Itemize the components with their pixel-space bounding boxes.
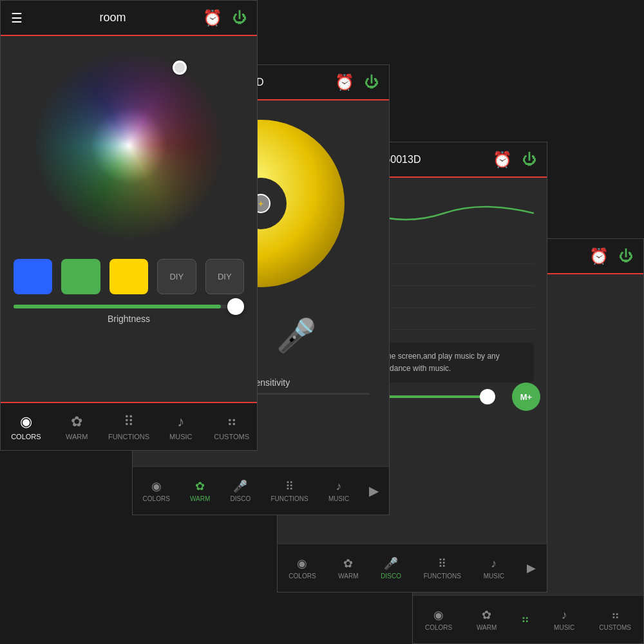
alarm-icon[interactable]: ⏰ <box>203 9 222 27</box>
s3-colors-label: COLORS <box>289 573 316 580</box>
screen1-title: room <box>99 11 126 24</box>
tab-customs-label: CUSTOMS <box>214 433 249 440</box>
s2-music-label: MUSIC <box>328 495 349 502</box>
s4-dots-icon: ⠶ <box>521 612 529 626</box>
swatch-blue[interactable] <box>14 259 52 294</box>
s2-tab-music[interactable]: ♪ MUSIC <box>328 480 349 502</box>
tab-functions[interactable]: ⠿ FUNCTIONS <box>108 413 149 440</box>
color-wheel-handle[interactable] <box>173 61 187 75</box>
s4-tab-colors[interactable]: ◉ COLORS <box>425 608 452 631</box>
warm-icon: ✿ <box>71 413 82 430</box>
s2-tab-functions[interactable]: ⠿ FUNCTIONS <box>270 479 308 502</box>
customs-icon: ⠶ <box>227 413 237 430</box>
s3-tab-music[interactable]: ♪ MUSIC <box>484 557 504 580</box>
brightness-slider-track[interactable] <box>14 305 244 308</box>
tab-customs[interactable]: ⠶ CUSTOMS <box>213 413 251 440</box>
music-icon: ♪ <box>177 413 184 430</box>
swatch-yellow[interactable] <box>109 259 148 294</box>
s3-disco-label: DISCO <box>381 573 401 580</box>
s4-music-label: MUSIC <box>554 624 574 631</box>
screen3-header-icons: ⏰ ⏻ <box>493 151 536 169</box>
screen4-power-icon[interactable]: ⏻ <box>619 248 633 265</box>
color-wheel-wrapper[interactable] <box>32 49 225 242</box>
screen1-tab-bar: ◉ COLORS ✿ WARM ⠿ FUNCTIONS ♪ MUSIC ⠶ CU… <box>1 402 257 450</box>
s3-tab-warm[interactable]: ✿ WARM <box>338 556 358 580</box>
s3-music-label: MUSIC <box>484 573 504 580</box>
m-plus-button[interactable]: M+ <box>512 383 540 411</box>
s3-warm-label: WARM <box>338 573 358 580</box>
s2-warm-icon: ✿ <box>195 479 205 493</box>
s4-tab-dots[interactable]: ⠶ <box>521 612 529 628</box>
brightness-slider-fill <box>14 305 221 308</box>
sensitivity-thumb[interactable] <box>480 389 495 404</box>
s3-music-icon: ♪ <box>491 557 497 571</box>
s3-tab-disco[interactable]: 🎤 DISCO <box>381 556 401 580</box>
tab-functions-label: FUNCTIONS <box>108 433 149 440</box>
color-wheel[interactable] <box>32 49 225 242</box>
color-swatches: DIY DIY <box>1 249 257 305</box>
s4-customs-label: CUSTOMS <box>599 624 631 631</box>
brightness-label: Brightness <box>14 314 244 324</box>
s2-functions-label: FUNCTIONS <box>270 495 308 502</box>
s3-tab-functions[interactable]: ⠿ FUNCTIONS <box>424 556 461 580</box>
s2-next-arrow[interactable]: ▶ <box>369 483 379 498</box>
s3-next-arrow[interactable]: ▶ <box>527 561 536 575</box>
swatch-green[interactable] <box>61 259 100 294</box>
s2-tab-warm[interactable]: ✿ WARM <box>190 479 210 502</box>
s2-tab-disco[interactable]: 🎤 DISCO <box>231 479 251 502</box>
screen4-alarm-icon[interactable]: ⏰ <box>589 247 609 265</box>
s3-warm-icon: ✿ <box>343 556 353 571</box>
s4-colors-label: COLORS <box>425 624 452 631</box>
s4-colors-icon: ◉ <box>433 608 444 622</box>
screen3-power-icon[interactable]: ⏻ <box>522 151 536 168</box>
screen1-panel: ☰ room ⏰ ⏻ DIY DIY Brightness <box>0 0 258 451</box>
tab-music[interactable]: ♪ MUSIC <box>162 413 200 440</box>
screen3-tab-bar: ◉ COLORS ✿ WARM 🎤 DISCO ⠿ FUNCTIONS ♪ MU… <box>278 544 547 592</box>
tab-warm-label: WARM <box>66 433 88 440</box>
swatch-diy1[interactable]: DIY <box>157 259 196 294</box>
tab-colors-label: COLORS <box>11 433 41 440</box>
s3-functions-icon: ⠿ <box>438 556 446 571</box>
s4-warm-label: WARM <box>477 624 497 631</box>
colors-icon: ◉ <box>20 413 32 430</box>
s4-tab-warm[interactable]: ✿ WARM <box>477 608 497 631</box>
s4-customs-icon: ⠶ <box>611 608 620 622</box>
s3-colors-icon: ◉ <box>297 556 307 571</box>
color-wheel-container <box>1 36 257 249</box>
microphone-icon[interactable]: 🎤 <box>276 317 316 354</box>
screen2-tab-bar: ◉ COLORS ✿ WARM 🎤 DISCO ⠿ FUNCTIONS ♪ MU… <box>133 466 389 515</box>
s2-colors-icon: ◉ <box>151 479 162 493</box>
s3-disco-icon: 🎤 <box>384 556 398 571</box>
s4-warm-icon: ✿ <box>482 608 491 622</box>
screen3-alarm-icon[interactable]: ⏰ <box>493 151 512 169</box>
s4-tab-music[interactable]: ♪ MUSIC <box>554 609 574 631</box>
s2-disco-label: DISCO <box>231 495 251 502</box>
s4-tab-customs[interactable]: ⠶ CUSTOMS <box>599 608 631 631</box>
s2-functions-icon: ⠿ <box>285 479 294 493</box>
functions-icon: ⠿ <box>124 413 134 430</box>
s3-tab-colors[interactable]: ◉ COLORS <box>289 556 316 580</box>
brightness-slider-thumb[interactable] <box>227 298 244 315</box>
screen2-header-icons: ⏰ ⏻ <box>335 73 379 91</box>
screen2-power-icon[interactable]: ⏻ <box>365 74 379 91</box>
tab-music-label: MUSIC <box>169 433 192 440</box>
s2-colors-label: COLORS <box>143 495 170 502</box>
s2-disco-icon: 🎤 <box>233 479 247 493</box>
s4-music-icon: ♪ <box>562 609 567 622</box>
tab-warm[interactable]: ✿ WARM <box>57 413 96 440</box>
screen1-header: ☰ room ⏰ ⏻ <box>1 1 257 36</box>
power-icon[interactable]: ⏻ <box>232 10 247 26</box>
screen1-header-icons: ⏰ ⏻ <box>203 9 247 27</box>
screen2-alarm-icon[interactable]: ⏰ <box>335 73 354 91</box>
s2-warm-label: WARM <box>190 495 210 502</box>
s2-tab-colors[interactable]: ◉ COLORS <box>143 479 170 502</box>
tab-colors[interactable]: ◉ COLORS <box>6 413 45 440</box>
s3-functions-label: FUNCTIONS <box>424 573 461 580</box>
brightness-section: Brightness <box>1 305 257 330</box>
screen4-tab-bar: ◉ COLORS ✿ WARM ⠶ ♪ MUSIC ⠶ CUSTOMS <box>413 595 643 643</box>
menu-icon[interactable]: ☰ <box>11 10 23 26</box>
swatch-diy2[interactable]: DIY <box>205 259 244 294</box>
s2-music-icon: ♪ <box>336 480 342 493</box>
